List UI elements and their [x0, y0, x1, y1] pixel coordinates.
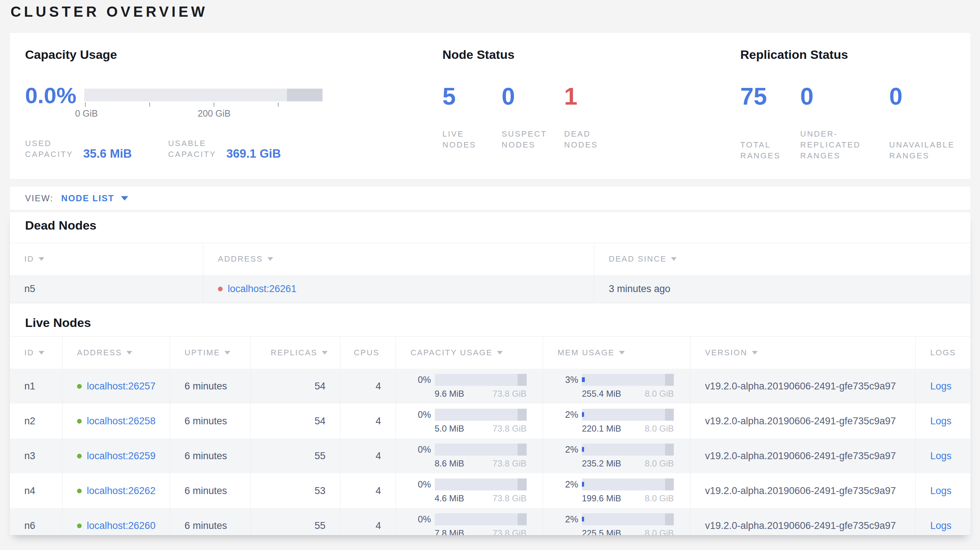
capacity-used-value: 4.6 MiB [435, 493, 464, 504]
node-address-link[interactable]: localhost:26260 [87, 520, 156, 531]
live-status-dot-icon [77, 419, 82, 424]
mem-usage-bar [582, 409, 674, 421]
view-selector-dropdown[interactable]: NODE LIST [61, 193, 128, 203]
capacity-usage-bar [435, 374, 527, 386]
live-nodes-count: 5 [442, 83, 502, 110]
mem-bar-fill [582, 412, 584, 417]
node-address-cell: localhost:26258 [62, 404, 170, 439]
view-label: VIEW: [25, 193, 53, 203]
sort-caret-icon [267, 257, 273, 261]
dead-col-id[interactable]: ID [10, 243, 203, 275]
node-logs-cell: Logs [915, 473, 970, 508]
mem-percent-label: 2% [559, 444, 578, 455]
capacity-usage-bar [435, 513, 527, 525]
capacity-axis-ticks [84, 102, 323, 108]
suspect-nodes-label: SUSPECT NODES [502, 129, 549, 150]
page-title: CLUSTER OVERVIEW [11, 4, 208, 20]
capacity-percent-label: 0% [412, 479, 431, 490]
node-address-cell: localhost:26262 [62, 473, 170, 508]
mem-bar-reserved-segment [665, 443, 674, 456]
mem-bar-fill [582, 377, 585, 382]
live-col-cpus-label: CPUS [354, 348, 380, 358]
live-col-replicas-label: REPLICAS [270, 348, 317, 358]
mem-total-value: 8.0 GiB [645, 458, 674, 469]
node-address-link[interactable]: localhost:26262 [87, 485, 156, 497]
capacity-total-value: 73.8 GiB [493, 389, 526, 399]
mem-bar-reserved-segment [665, 513, 674, 525]
used-capacity-label: USED CAPACITY [25, 138, 80, 160]
live-col-address[interactable]: ADDRESS [62, 337, 170, 369]
node-mem-usage-cell: 2% 225.5 MiB 8.0 GiB [542, 508, 690, 535]
node-uptime-cell: 6 minutes [170, 369, 250, 404]
node-address-link[interactable]: localhost:26258 [87, 416, 156, 427]
node-replicas-cell: 55 [250, 508, 340, 535]
live-col-uptime-label: UPTIME [185, 348, 220, 358]
replication-status-section: Replication Status 75 0 0 TOTAL RANGES U… [740, 33, 973, 161]
node-mem-usage-cell: 3% 255.4 MiB 8.0 GiB [542, 369, 690, 404]
live-nodes-heading: Live Nodes [25, 315, 91, 331]
capacity-used-value: 9.6 MiB [435, 389, 464, 399]
node-logs-cell: Logs [915, 439, 970, 473]
live-col-uptime[interactable]: UPTIME [170, 337, 250, 369]
node-status-title: Node Status [442, 33, 697, 62]
live-status-dot-icon [77, 523, 82, 528]
node-logs-link[interactable]: Logs [930, 485, 952, 497]
capacity-usage-bar [435, 443, 527, 456]
capacity-bar-reserved-segment [518, 443, 526, 456]
node-cpus-cell: 4 [340, 404, 396, 439]
mem-percent-label: 2% [559, 514, 578, 525]
node-replicas-cell: 55 [250, 439, 340, 473]
sort-caret-icon [497, 351, 503, 354]
node-uptime-cell: 6 minutes [170, 473, 250, 508]
live-col-logs: LOGS [915, 337, 970, 369]
live-col-address-label: ADDRESS [77, 348, 122, 358]
node-logs-link[interactable]: Logs [930, 381, 952, 392]
capacity-usage-section: Capacity Usage 0.0% 0 GiB 200 GiB [25, 33, 425, 160]
live-col-replicas[interactable]: REPLICAS [250, 337, 340, 369]
dead-col-address[interactable]: ADDRESS [203, 243, 594, 275]
node-logs-link[interactable]: Logs [930, 520, 952, 531]
dead-nodes-count: 1 [564, 83, 644, 110]
mem-usage-bar [582, 478, 674, 490]
capacity-used-value: 7.8 MiB [435, 528, 464, 536]
capacity-usage-bar [435, 409, 527, 421]
unavailable-ranges-count: 0 [889, 83, 973, 110]
capacity-usage-bar [435, 478, 527, 490]
capacity-bar-reserved-segment [518, 478, 526, 490]
live-nodes-label: LIVE NODES [442, 129, 482, 150]
node-id-cell: n6 [10, 508, 62, 535]
sort-caret-icon [224, 351, 230, 354]
mem-used-value: 235.2 MiB [582, 458, 621, 469]
node-address-link[interactable]: localhost:26257 [87, 381, 156, 392]
live-col-logs-label: LOGS [930, 348, 956, 358]
mem-usage-bar [582, 513, 674, 525]
node-version-cell: v19.2.0-alpha.20190606-2491-gfe735c9a97 [690, 508, 915, 535]
mem-percent-label: 2% [559, 479, 578, 490]
live-col-capacity-usage[interactable]: CAPACITY USAGE [396, 337, 542, 369]
node-logs-link[interactable]: Logs [930, 450, 952, 462]
sort-caret-icon [38, 351, 44, 354]
node-logs-link[interactable]: Logs [930, 416, 952, 427]
dead-node-address-link[interactable]: localhost:26261 [228, 283, 296, 295]
live-col-version[interactable]: VERSION [690, 337, 915, 369]
capacity-used-value: 8.6 MiB [435, 458, 464, 469]
live-col-id[interactable]: ID [10, 337, 62, 369]
node-status-section: Node Status 5 0 1 LIVE NODES SUSPECT NOD… [442, 33, 697, 150]
cluster-summary-panel: Capacity Usage 0.0% 0 GiB 200 GiB [10, 33, 970, 179]
node-logs-cell: Logs [915, 508, 970, 535]
view-bar: VIEW: NODE LIST [10, 186, 970, 210]
mem-total-value: 8.0 GiB [645, 528, 674, 536]
capacity-percent-label: 0% [412, 514, 431, 525]
node-address-link[interactable]: localhost:26259 [87, 450, 156, 462]
node-version-cell: v19.2.0-alpha.20190606-2491-gfe735c9a97 [690, 439, 915, 473]
live-col-capacity-label: CAPACITY USAGE [410, 348, 493, 358]
capacity-bar-reserved-segment [518, 513, 526, 525]
node-address-cell: localhost:26260 [62, 508, 170, 535]
mem-used-value: 225.5 MiB [582, 528, 621, 536]
dead-nodes-table: ID ADDRESS DEAD SINCE n5 localhost:26261… [10, 243, 970, 303]
node-cpus-cell: 4 [340, 369, 396, 404]
view-selected-value[interactable]: NODE LIST [61, 193, 115, 203]
node-uptime-cell: 6 minutes [170, 508, 250, 535]
live-col-mem-usage[interactable]: MEM USAGE [542, 337, 690, 369]
dead-col-dead-since[interactable]: DEAD SINCE [594, 243, 970, 275]
